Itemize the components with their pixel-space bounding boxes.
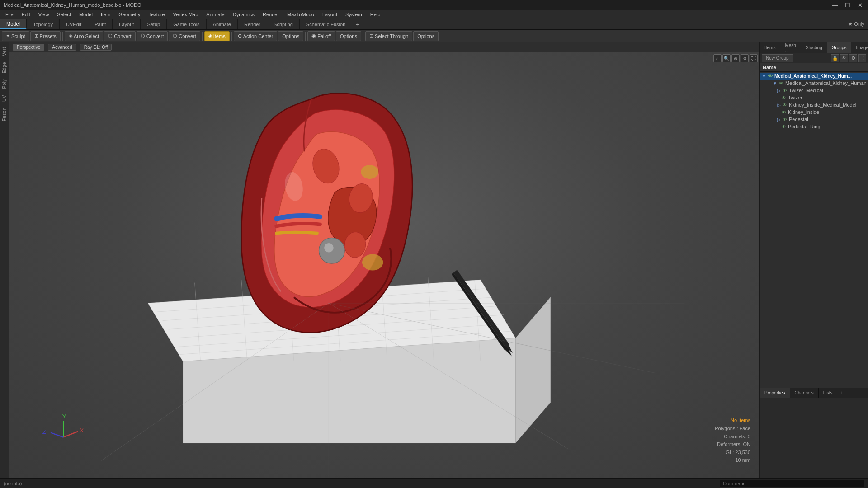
menu-maxtomod[interactable]: MaxToModo bbox=[283, 11, 318, 18]
rtool-lock-icon[interactable]: 🔒 bbox=[831, 54, 839, 62]
prop-tab-channels[interactable]: Channels bbox=[790, 388, 819, 398]
sidebar-vert[interactable]: Vert bbox=[1, 44, 8, 59]
menu-system[interactable]: System bbox=[342, 11, 366, 18]
rtool-eye-icon[interactable]: 👁 bbox=[840, 54, 848, 62]
tab-topology[interactable]: Topology bbox=[27, 19, 60, 29]
menu-model[interactable]: Model bbox=[75, 11, 96, 18]
tree-item-2[interactable]: 👁 Twizer bbox=[760, 94, 868, 101]
tree-item-3[interactable]: ▷ 👁 Kidney_Inside_Medical_Model bbox=[760, 101, 868, 108]
status-info: (no info) bbox=[4, 481, 22, 486]
menu-vertex-map[interactable]: Vertex Map bbox=[170, 11, 202, 18]
rtool-expand-icon[interactable]: ⛶ bbox=[858, 54, 866, 62]
right-panel: Items Mesh ... Shading Groups Images ★ +… bbox=[760, 42, 868, 478]
tree-item-1-eye: 👁 bbox=[783, 88, 787, 93]
menu-select[interactable]: Select bbox=[53, 11, 75, 18]
vp-search-button[interactable]: 🔍 bbox=[722, 54, 731, 62]
items-button[interactable]: ◈ Items bbox=[204, 31, 230, 41]
tree-item-6[interactable]: 👁 Pedestal_Ring bbox=[760, 123, 868, 130]
falloff-button[interactable]: ◉ Falloff bbox=[307, 31, 335, 41]
menu-item[interactable]: Item bbox=[97, 11, 114, 18]
tab-schematic-fusion[interactable]: Schematic Fusion bbox=[300, 19, 352, 29]
tab-game-tools[interactable]: Game Tools bbox=[167, 19, 207, 29]
scene-tree[interactable]: ▼ 👁 Medical_Anatomical_Kidney_Hum... ▼ 👁… bbox=[760, 72, 868, 388]
action-center-button[interactable]: ⊕ Action Center bbox=[234, 31, 278, 41]
options1-button[interactable]: Options bbox=[278, 31, 303, 41]
perspective-button[interactable]: Perspective bbox=[13, 44, 44, 51]
vp-settings-button[interactable]: ⚙ bbox=[741, 54, 749, 62]
right-tab-shading[interactable]: Shading bbox=[801, 42, 827, 53]
select-through-button[interactable]: ⊡ Select Through bbox=[365, 31, 412, 41]
menu-edit[interactable]: Edit bbox=[18, 11, 34, 18]
tree-root-label: Medical_Anatomical_Kidney_Hum... bbox=[774, 74, 852, 79]
right-tab-images[interactable]: Images bbox=[851, 42, 868, 53]
viewport[interactable]: Perspective Advanced Ray GL: Off bbox=[9, 42, 760, 478]
menu-layout[interactable]: Layout bbox=[319, 11, 341, 18]
vp-zoom-button[interactable]: ⊕ bbox=[731, 54, 740, 62]
tab-render[interactable]: Render bbox=[238, 19, 267, 29]
window-controls[interactable]: — ☐ ✕ bbox=[830, 2, 864, 9]
minimize-button[interactable]: — bbox=[830, 2, 840, 9]
tree-item-5[interactable]: ▷ 👁 Pedestal bbox=[760, 116, 868, 123]
convert1-button[interactable]: ⬡ Convert bbox=[104, 31, 136, 41]
tab-setup[interactable]: Setup bbox=[141, 19, 167, 29]
sidebar-poly[interactable]: Poly bbox=[1, 76, 8, 91]
menu-geometry[interactable]: Geometry bbox=[115, 11, 144, 18]
tree-item-4[interactable]: 👁 Kidney_Inside bbox=[760, 108, 868, 116]
close-button[interactable]: ✕ bbox=[856, 2, 864, 9]
convert3-button[interactable]: ⬡ Convert bbox=[169, 31, 200, 41]
tree-item-3-icon: ▷ bbox=[777, 103, 781, 108]
tab-paint[interactable]: Paint bbox=[88, 19, 113, 29]
prop-tab-add[interactable]: + bbox=[837, 388, 846, 398]
ray-gl-button[interactable]: Ray GL: Off bbox=[80, 44, 112, 51]
tree-root-eye: 👁 bbox=[768, 74, 773, 79]
autoselect-icon: ◈ bbox=[69, 33, 72, 39]
sidebar-uv[interactable]: UV bbox=[1, 92, 8, 104]
no-items-label: No Items bbox=[715, 417, 750, 425]
prop-tab-properties[interactable]: Properties bbox=[760, 388, 790, 398]
tree-root-item[interactable]: ▼ 👁 Medical_Anatomical_Kidney_Hum... bbox=[760, 73, 868, 80]
sculpt-button[interactable]: ✦ Sculpt bbox=[2, 31, 29, 41]
tree-item-0-label: Medical_Anatomical_Kidney_Human bbox=[785, 80, 867, 86]
command-input[interactable] bbox=[720, 480, 864, 487]
autoselect-button[interactable]: ◈ Auto Select bbox=[65, 31, 103, 41]
tab-layout[interactable]: Layout bbox=[113, 19, 141, 29]
svg-text:Y: Y bbox=[62, 413, 66, 420]
tab-scripting[interactable]: Scripting bbox=[267, 19, 300, 29]
sidebar-fuson[interactable]: Fuson bbox=[1, 105, 8, 124]
maximize-button[interactable]: ☐ bbox=[843, 2, 852, 9]
right-tab-items[interactable]: Items bbox=[760, 42, 780, 53]
tab-model[interactable]: Model bbox=[0, 19, 27, 29]
tab-add-button[interactable]: + bbox=[352, 19, 363, 29]
convert2-button[interactable]: ⬡ Convert bbox=[137, 31, 168, 41]
options2-button[interactable]: Options bbox=[336, 31, 361, 41]
menu-animate[interactable]: Animate bbox=[203, 11, 228, 18]
new-group-button[interactable]: New Group bbox=[762, 54, 793, 62]
menu-render[interactable]: Render bbox=[259, 11, 283, 18]
tab-animate[interactable]: Animate bbox=[207, 19, 238, 29]
sidebar-edge[interactable]: Edge bbox=[1, 59, 8, 76]
right-tab-mesh[interactable]: Mesh ... bbox=[780, 42, 801, 53]
rtool-settings-icon[interactable]: ⚙ bbox=[849, 54, 857, 62]
right-tab-groups[interactable]: Groups bbox=[827, 42, 852, 53]
menu-file[interactable]: File bbox=[2, 11, 17, 18]
vp-home-button[interactable]: ⌂ bbox=[713, 54, 722, 62]
tab-uvedit[interactable]: UVEdit bbox=[60, 19, 88, 29]
tree-item-0[interactable]: ▼ 👁 Medical_Anatomical_Kidney_Human bbox=[760, 80, 868, 87]
tree-item-1[interactable]: ▷ 👁 Twizer_Medical bbox=[760, 87, 868, 94]
tab-star[interactable]: ★ Only bbox=[844, 19, 868, 29]
vp-expand-button[interactable]: ⛶ bbox=[750, 54, 758, 62]
menu-dynamics[interactable]: Dynamics bbox=[229, 11, 258, 18]
menu-view[interactable]: View bbox=[35, 11, 53, 18]
menu-help[interactable]: Help bbox=[367, 11, 384, 18]
tree-item-4-eye: 👁 bbox=[782, 110, 786, 115]
props-expand-icon[interactable]: ⛶ bbox=[861, 390, 866, 396]
svg-line-35 bbox=[63, 432, 78, 437]
options3-button[interactable]: Options bbox=[413, 31, 439, 41]
viewport-canvas[interactable]: X Y Z ⌂ 🔍 ⊕ ⚙ ⛶ No Items Polygons : Face… bbox=[9, 52, 760, 478]
presets-button[interactable]: ⊞ Presets bbox=[30, 31, 61, 41]
menu-texture[interactable]: Texture bbox=[145, 11, 169, 18]
right-toolbar: New Group 🔒 👁 ⚙ ⛶ bbox=[760, 53, 868, 63]
advanced-button[interactable]: Advanced bbox=[48, 44, 76, 51]
command-label bbox=[720, 480, 864, 487]
prop-tab-lists[interactable]: Lists bbox=[819, 388, 838, 398]
